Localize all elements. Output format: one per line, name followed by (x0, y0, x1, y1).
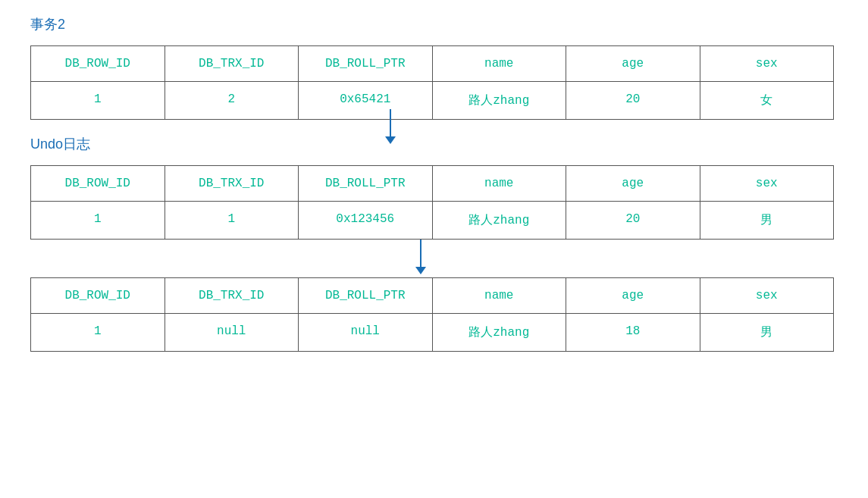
table3-header-sex: sex (700, 278, 834, 313)
table3: DB_ROW_ID DB_TRX_ID DB_ROLL_PTR name age… (30, 277, 834, 352)
table3-row-db-roll-ptr: null (299, 314, 433, 351)
table1-row-db-row-id: 1 (31, 82, 165, 119)
table1-row-db-trx-id: 2 (165, 82, 299, 119)
table1-header-age: age (566, 46, 700, 81)
table1-row-sex: 女 (700, 82, 834, 119)
table3-header-age: age (566, 278, 700, 313)
table2-header-age: age (566, 166, 700, 201)
arrow1 (385, 109, 396, 144)
table1-row-db-roll-ptr: 0x65421 (299, 82, 433, 119)
table1-header-db-trx-id: DB_TRX_ID (165, 46, 299, 81)
table2-row-age: 20 (566, 202, 700, 239)
arrow2 (415, 240, 426, 274)
table3-header-row: DB_ROW_ID DB_TRX_ID DB_ROLL_PTR name age… (31, 278, 833, 314)
table2-row-db-row-id: 1 (31, 202, 165, 239)
table3-row-age: 18 (566, 314, 700, 351)
table2: DB_ROW_ID DB_TRX_ID DB_ROLL_PTR name age… (30, 165, 834, 240)
table3-data-row: 1 null null 路人zhang 18 男 (31, 314, 833, 351)
table3-header-name: name (433, 278, 567, 313)
table2-header-name: name (433, 166, 567, 201)
table1-data-row: 1 2 0x65421 路人zhang 20 女 (31, 82, 833, 119)
table2-row-sex: 男 (700, 202, 834, 239)
table2-header-row: DB_ROW_ID DB_TRX_ID DB_ROLL_PTR name age… (31, 166, 833, 202)
table1-header-row: DB_ROW_ID DB_TRX_ID DB_ROLL_PTR name age… (31, 46, 833, 82)
table2-header-db-row-id: DB_ROW_ID (31, 166, 165, 201)
table3-row-sex: 男 (700, 314, 834, 351)
table1-header-name: name (433, 46, 567, 81)
table2-row-db-trx-id: 1 (165, 202, 299, 239)
table2-row-db-roll-ptr: 0x123456 (299, 202, 433, 239)
table2-data-row: 1 1 0x123456 路人zhang 20 男 (31, 202, 833, 239)
table1-row-age: 20 (566, 82, 700, 119)
table3-row-name: 路人zhang (433, 314, 567, 351)
table2-header-db-roll-ptr: DB_ROLL_PTR (299, 166, 433, 201)
table1: DB_ROW_ID DB_TRX_ID DB_ROLL_PTR name age… (30, 45, 834, 120)
table1-header-sex: sex (700, 46, 834, 81)
table2-header-sex: sex (700, 166, 834, 201)
transaction2-label: 事务2 (30, 15, 838, 33)
table3-header-db-roll-ptr: DB_ROLL_PTR (299, 278, 433, 313)
table3-row-db-trx-id: null (165, 314, 299, 351)
table3-header-db-row-id: DB_ROW_ID (31, 278, 165, 313)
arrow2-container (30, 240, 834, 277)
table3-header-db-trx-id: DB_TRX_ID (165, 278, 299, 313)
table3-row-db-row-id: 1 (31, 314, 165, 351)
table1-header-db-roll-ptr: DB_ROLL_PTR (299, 46, 433, 81)
table2-header-db-trx-id: DB_TRX_ID (165, 166, 299, 201)
table2-row-name: 路人zhang (433, 202, 567, 239)
table1-row-name: 路人zhang (433, 82, 567, 119)
table1-header-db-row-id: DB_ROW_ID (31, 46, 165, 81)
